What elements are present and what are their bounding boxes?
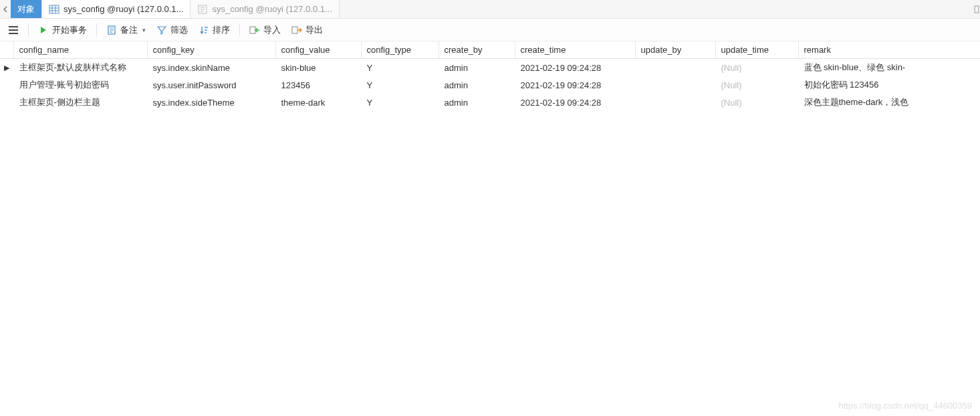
cell-config-key[interactable]: sys.index.sideTheme bbox=[147, 94, 275, 111]
separator bbox=[96, 23, 97, 37]
col-remark[interactable]: remark bbox=[798, 41, 980, 59]
cell-config-key[interactable]: sys.user.initPassword bbox=[147, 76, 275, 94]
cell-config-value[interactable]: 123456 bbox=[275, 76, 361, 94]
cell-config-key[interactable]: sys.index.skinName bbox=[147, 59, 275, 77]
cell-update-by[interactable] bbox=[635, 59, 715, 77]
cell-create-time[interactable]: 2021-02-19 09:24:28 bbox=[515, 59, 635, 77]
tab-objects[interactable]: 对象 bbox=[11, 0, 42, 18]
col-update-time[interactable]: update_time bbox=[715, 41, 798, 59]
export-label: 导出 bbox=[305, 24, 323, 36]
import-label: 导入 bbox=[263, 24, 281, 36]
data-grid[interactable]: config_name config_key config_value conf… bbox=[0, 41, 980, 111]
start-transaction-button[interactable]: 开始事务 bbox=[34, 22, 91, 38]
funnel-icon bbox=[156, 25, 167, 35]
chevron-left-icon bbox=[3, 6, 8, 13]
cell-create-by[interactable]: admin bbox=[439, 94, 515, 111]
memo-label: 备注 bbox=[120, 24, 138, 36]
cell-config-type[interactable]: Y bbox=[361, 76, 439, 94]
svg-rect-18 bbox=[292, 27, 297, 33]
cell-config-value[interactable]: theme-dark bbox=[275, 94, 361, 111]
col-config-name[interactable]: config_name bbox=[13, 41, 147, 59]
watermark: https://blog.csdn.net/qq_44600359 bbox=[839, 401, 973, 411]
cell-config-type[interactable]: Y bbox=[361, 94, 439, 111]
cell-create-time[interactable]: 2021-02-19 09:24:28 bbox=[515, 94, 635, 111]
row-pointer bbox=[0, 94, 13, 111]
memo-button[interactable]: 备注 ▾ bbox=[102, 22, 150, 38]
cell-create-by[interactable]: admin bbox=[439, 59, 515, 77]
filter-button[interactable]: 筛选 bbox=[152, 22, 192, 38]
tab-objects-label: 对象 bbox=[17, 3, 35, 15]
col-update-by[interactable]: update_by bbox=[635, 41, 715, 59]
row-pointer: ▶ bbox=[0, 59, 13, 77]
separator bbox=[239, 23, 240, 37]
col-config-type[interactable]: config_type bbox=[361, 41, 439, 59]
query-icon bbox=[197, 4, 208, 15]
cell-update-time[interactable]: (Null) bbox=[715, 94, 798, 111]
tab-overflow-icon[interactable] bbox=[973, 0, 980, 19]
cell-config-name[interactable]: 主框架页-默认皮肤样式名称 bbox=[13, 59, 147, 77]
cell-remark[interactable]: 深色主题theme-dark，浅色 bbox=[798, 94, 980, 111]
tab-scroll-left[interactable] bbox=[0, 0, 11, 18]
cell-create-time[interactable]: 2021-02-19 09:24:28 bbox=[515, 76, 635, 94]
memo-icon bbox=[106, 25, 117, 35]
cell-config-type[interactable]: Y bbox=[361, 59, 439, 77]
play-icon bbox=[38, 25, 49, 35]
filter-label: 筛选 bbox=[170, 24, 188, 36]
header-row: config_name config_key config_value conf… bbox=[0, 41, 980, 59]
export-button[interactable]: 导出 bbox=[287, 22, 327, 38]
table-row[interactable]: 用户管理-账号初始密码sys.user.initPassword123456Ya… bbox=[0, 76, 980, 94]
col-config-value[interactable]: config_value bbox=[275, 41, 361, 59]
col-config-key[interactable]: config_key bbox=[147, 41, 275, 59]
toolbar: 开始事务 备注 ▾ 筛选 排序 导入 导出 bbox=[0, 19, 980, 41]
tab-sysconfig-2-label: sys_config @ruoyi (127.0.0.1... bbox=[212, 4, 332, 14]
cell-update-by[interactable] bbox=[635, 94, 715, 111]
cell-config-name[interactable]: 用户管理-账号初始密码 bbox=[13, 76, 147, 94]
sort-button[interactable]: 排序 bbox=[195, 22, 234, 38]
sort-icon bbox=[199, 25, 209, 35]
cell-update-time[interactable]: (Null) bbox=[715, 59, 798, 77]
row-pointer bbox=[0, 76, 13, 94]
tab-sysconfig-2[interactable]: sys_config @ruoyi (127.0.0.1... bbox=[191, 0, 339, 18]
col-create-time[interactable]: create_time bbox=[515, 41, 635, 59]
tab-sysconfig-1[interactable]: sys_config @ruoyi (127.0.0.1... bbox=[42, 0, 191, 18]
col-create-by[interactable]: create_by bbox=[439, 41, 515, 59]
cell-config-name[interactable]: 主框架页-侧边栏主题 bbox=[13, 94, 147, 111]
chevron-down-icon: ▾ bbox=[142, 27, 146, 33]
cell-create-by[interactable]: admin bbox=[439, 76, 515, 94]
start-transaction-label: 开始事务 bbox=[52, 24, 87, 36]
table-icon bbox=[49, 4, 59, 15]
cell-remark[interactable]: 初始化密码 123456 bbox=[798, 76, 980, 94]
cell-remark[interactable]: 蓝色 skin-blue、绿色 skin- bbox=[798, 59, 980, 77]
data-grid-area: config_name config_key config_value conf… bbox=[0, 41, 980, 416]
row-marker-header bbox=[0, 41, 13, 59]
tab-bar: 对象 sys_config @ruoyi (127.0.0.1... sys_c… bbox=[0, 0, 980, 19]
import-icon bbox=[249, 25, 260, 35]
sort-label: 排序 bbox=[213, 24, 230, 36]
cell-config-value[interactable]: skin-blue bbox=[275, 59, 361, 77]
menu-button[interactable] bbox=[4, 23, 23, 37]
hamburger-icon bbox=[8, 25, 19, 35]
cell-update-by[interactable] bbox=[635, 76, 715, 94]
cell-update-time[interactable]: (Null) bbox=[715, 76, 798, 94]
svg-rect-6 bbox=[975, 6, 979, 13]
import-button[interactable]: 导入 bbox=[245, 22, 285, 38]
tab-sysconfig-1-label: sys_config @ruoyi (127.0.0.1... bbox=[64, 4, 183, 14]
svg-rect-17 bbox=[250, 27, 255, 33]
table-row[interactable]: 主框架页-侧边栏主题sys.index.sideThemetheme-darkY… bbox=[0, 94, 980, 111]
export-icon bbox=[291, 25, 302, 35]
table-row[interactable]: ▶主框架页-默认皮肤样式名称sys.index.skinNameskin-blu… bbox=[0, 59, 980, 77]
svg-rect-0 bbox=[49, 5, 59, 13]
separator bbox=[28, 23, 29, 37]
